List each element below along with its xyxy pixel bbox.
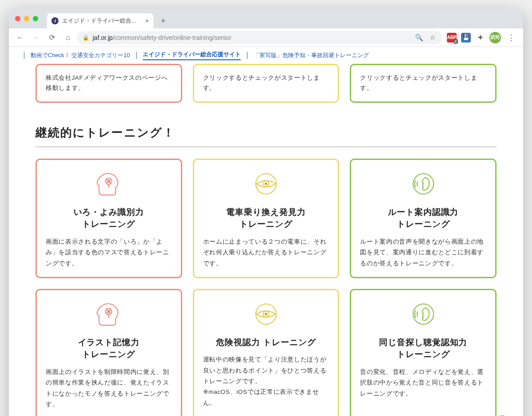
card-check-start-2[interactable]: クリックするとチェックがスタートします。 — [350, 64, 497, 103]
minimize-window-button[interactable] — [24, 16, 29, 21]
abp-badge: 2 — [454, 39, 458, 44]
maximize-window-button[interactable] — [33, 16, 38, 21]
svg-point-3 — [265, 183, 267, 185]
top-card-row: 株式会社JAFメディアワークスのページへ移動します。 クリックするとチェックがス… — [35, 64, 497, 103]
card-jaf-media[interactable]: 株式会社JAFメディアワークスのページへ移動します。 — [35, 64, 182, 103]
new-tab-button[interactable]: + — [157, 15, 169, 27]
card-train-transfer[interactable]: 電車乗り換え発見力トレーニング ホームに止まっている２つの電車に、それぞれ何人乗… — [193, 159, 340, 278]
card-title: 危険視認力 トレーニング — [203, 336, 329, 349]
home-button[interactable]: ⌂ — [61, 31, 74, 44]
url-domain: jaf.or.jp — [93, 34, 113, 41]
browser-tab[interactable]: J エイジド・ドライバー総合応援サ × — [47, 13, 153, 28]
card-desc: クリックするとチェックがスタートします。 — [360, 73, 486, 93]
training-row-2: イラスト記憶力トレーニング 画面上のイラストを制限時間内に覚え、別の簡単な作業を… — [35, 289, 497, 416]
lock-icon: 🔒 — [82, 35, 89, 41]
subnav-separator — [136, 52, 137, 59]
card-danger-vision[interactable]: 危険視認力 トレーニング 運転中の映像を見て「より注意したほうが良いと思われるポ… — [193, 289, 340, 416]
subnav-separator — [247, 52, 247, 59]
close-tab-button[interactable]: × — [145, 18, 149, 24]
card-title: ルート案内認識力トレーニング — [360, 206, 486, 230]
main-content: 株式会社JAFメディアワークスのページへ移動します。 クリックするとチェックがス… — [22, 64, 510, 416]
save-extension-icon[interactable]: 💾 — [461, 33, 471, 43]
back-button[interactable]: ← — [13, 31, 27, 44]
close-window-button[interactable] — [15, 16, 20, 21]
card-illustration-memory[interactable]: イラスト記憶力トレーニング 画面上のイラストを制限時間内に覚え、別の簡単な作業を… — [35, 289, 182, 416]
star-icon[interactable]: ☆ — [427, 33, 437, 43]
ear-icon — [407, 298, 439, 330]
window-controls — [13, 9, 41, 28]
extension-icons: ABP2 💾 ✦ 武司 ⋮ — [445, 32, 519, 43]
ear-icon — [407, 168, 439, 200]
sub-navigation: 動画でCheck！ 交通安全カテゴリー10 エイジド・ドライバー総合応援サイト … — [9, 47, 523, 64]
card-title: イラスト記憶力トレーニング — [46, 336, 172, 361]
subnav-link-live-action[interactable]: 「実写版」危険予知・事故回避トレーニング — [254, 51, 369, 59]
subnav-link-category10[interactable]: 動画でCheck！ 交通安全カテゴリー10 — [31, 51, 130, 59]
card-iro-yomi[interactable]: いろ・よみ識別力トレーニング 画面に表示される文字の「いろ」か「よみ」を該当する… — [35, 159, 182, 278]
svg-point-8 — [265, 313, 267, 315]
browser-window: J エイジド・ドライバー総合応援サ × + ← → ⟳ ⌂ 🔒 jaf.or.j… — [9, 9, 523, 416]
card-check-start-1[interactable]: クリックするとチェックがスタートします。 — [193, 64, 340, 103]
favicon-icon: J — [51, 17, 59, 24]
search-icon[interactable]: 🔍 — [414, 33, 424, 43]
card-desc: ルート案内の音声を聞きながら画面上の地図を見て、案内通りに進むとどこに到着するの… — [360, 237, 486, 269]
page-content: 動画でCheck！ 交通安全カテゴリー10 エイジド・ドライバー総合応援サイト … — [9, 47, 523, 416]
url-path: /common/safety-drive/online-training/sen… — [113, 34, 231, 41]
card-route-guidance[interactable]: ルート案内認識力トレーニング ルート案内の音声を聞きながら画面上の地図を見て、案… — [350, 159, 497, 278]
eye-icon — [250, 168, 282, 200]
card-title: 電車乗り換え発見力トレーニング — [203, 206, 329, 230]
section-heading-training: 継続的にトレーニング！ — [35, 125, 497, 140]
eye-icon — [250, 298, 282, 330]
card-desc: ホームに止まっている２つの電車に、それぞれ何人乗り込んだか答えるトレーニングです… — [203, 237, 329, 269]
card-desc: 運転中の映像を見て「より注意したほうが良いと思われるポイント」をひとつ答えるトレ… — [203, 354, 329, 408]
menu-button[interactable]: ⋮ — [505, 33, 517, 43]
toolbar: ← → ⟳ ⌂ 🔒 jaf.or.jp/common/safety-drive/… — [9, 28, 523, 47]
card-title: 同じ音探し聴覚認知力トレーニング — [360, 336, 486, 361]
subnav-link-aged-driver[interactable]: エイジド・ドライバー総合応援サイト — [143, 51, 241, 60]
tab-title: エイジド・ドライバー総合応援サ — [62, 17, 142, 25]
profile-avatar[interactable]: 武司 — [489, 32, 501, 43]
card-desc: 音の変化、音程、メロディなどを覚え、選択肢の中から覚えた音と同じ音を答えるトレー… — [360, 367, 486, 399]
card-desc: 株式会社JAFメディアワークスのページへ移動します。 — [46, 73, 172, 93]
address-bar[interactable]: 🔒 jaf.or.jp/common/safety-drive/online-t… — [77, 31, 442, 44]
card-desc: 画面に表示される文字の「いろ」か「よみ」を該当する色のマスで答えるトレーニングで… — [46, 237, 172, 269]
card-desc: クリックするとチェックがスタートします。 — [203, 73, 329, 93]
adblock-extension-icon[interactable]: ABP2 — [447, 33, 457, 43]
head-bulb-icon — [93, 168, 125, 200]
subnav-separator — [24, 52, 24, 59]
forward-button[interactable]: → — [29, 31, 43, 44]
tab-bar: J エイジド・ドライバー総合応援サ × + — [9, 9, 523, 28]
section-rule — [35, 147, 497, 147]
card-title: いろ・よみ識別力トレーニング — [46, 206, 172, 230]
extensions-button[interactable]: ✦ — [475, 33, 485, 43]
card-desc: 画面上のイラストを制限時間内に覚え、別の簡単な作業を挟んだ後に、覚えたイラストに… — [46, 367, 172, 410]
url-text: jaf.or.jp/common/safety-drive/online-tra… — [93, 34, 411, 41]
reload-button[interactable]: ⟳ — [45, 31, 59, 44]
training-row-1: いろ・よみ識別力トレーニング 画面に表示される文字の「いろ」か「よみ」を該当する… — [35, 159, 497, 278]
card-same-sound[interactable]: 同じ音探し聴覚認知力トレーニング 音の変化、音程、メロディなどを覚え、選択肢の中… — [350, 289, 497, 416]
head-bulb-icon — [93, 298, 125, 330]
